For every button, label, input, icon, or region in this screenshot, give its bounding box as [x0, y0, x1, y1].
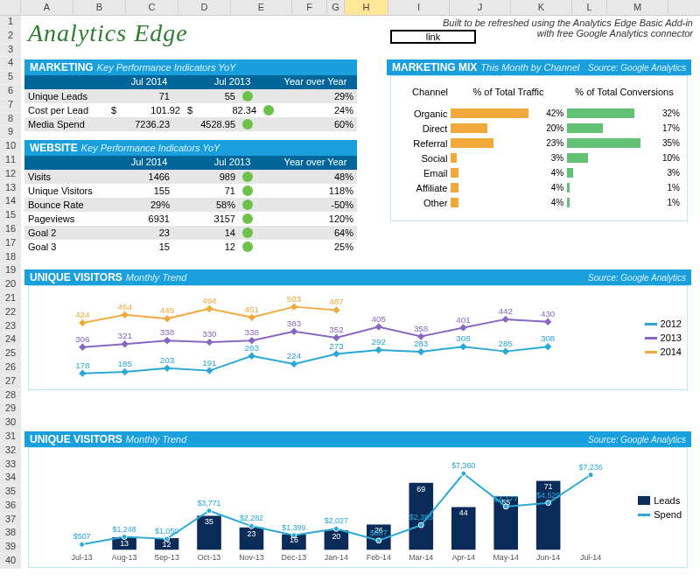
mix-panel: Channel % of Total Traffic % of Total Co…: [390, 75, 688, 221]
svg-text:263: 263: [245, 343, 260, 353]
svg-rect-38: [375, 323, 382, 330]
svg-text:358: 358: [414, 324, 429, 333]
kpi-row: Media Spend7236.234528.9560%: [24, 117, 357, 131]
svg-rect-10: [290, 360, 298, 368]
svg-text:$507: $507: [74, 532, 91, 541]
mix-src: Source: Google Analytics: [588, 63, 686, 73]
svg-text:$7,360: $7,360: [452, 461, 475, 470]
svg-text:Jul-14: Jul-14: [580, 553, 601, 562]
worksheet-area[interactable]: Analytics Edge Built to be refreshed usi…: [21, 16, 700, 51]
mix-row: Other4%1%: [395, 195, 683, 210]
kpi-row: Visits146698948%: [24, 170, 357, 184]
svg-rect-54: [206, 305, 213, 312]
svg-text:$4,529: $4,529: [536, 491, 560, 500]
svg-text:285: 285: [499, 339, 514, 348]
svg-text:487: 487: [329, 297, 343, 306]
note-line-1: Built to be refreshed using the Analytic…: [443, 18, 693, 28]
svg-rect-6: [206, 367, 213, 374]
svg-rect-18: [459, 343, 466, 350]
svg-text:May-14: May-14: [493, 553, 519, 562]
marketing-kpi-header: MARKETING Key Performance Indicators YoY: [24, 60, 357, 75]
svg-text:$3,771: $3,771: [197, 499, 220, 508]
kpi-row: Cost per Lead$101.92$82.3424%: [24, 103, 357, 117]
svg-point-107: [291, 533, 297, 538]
svg-rect-56: [248, 314, 256, 321]
chart1-sub: Monthly Trend: [126, 272, 187, 283]
svg-rect-48: [79, 319, 86, 326]
svg-rect-20: [502, 347, 509, 354]
svg-text:Mar-14: Mar-14: [409, 553, 433, 562]
svg-text:273: 273: [329, 341, 344, 351]
svg-text:23: 23: [248, 529, 256, 538]
link-cell[interactable]: link: [390, 30, 476, 44]
svg-rect-34: [290, 328, 298, 335]
svg-rect-22: [544, 343, 551, 350]
mix-col-channel: Channel: [395, 87, 452, 97]
svg-rect-28: [164, 337, 171, 344]
svg-text:$2,027: $2,027: [325, 516, 348, 525]
website-title: WEBSITE: [30, 142, 78, 154]
chart1-header: UNIQUE VISITORS Monthly Trend Source: Go…: [24, 270, 691, 285]
svg-text:Feb-14: Feb-14: [367, 553, 391, 562]
svg-text:494: 494: [202, 296, 217, 305]
svg-text:442: 442: [499, 306, 513, 316]
svg-rect-46: [544, 318, 551, 326]
website-colhead: Jul 2014 Jul 2013 Year over Year: [24, 156, 357, 170]
kpi-row: Goal 3151225%: [24, 240, 357, 254]
svg-point-103: [206, 508, 212, 514]
svg-text:Oct-13: Oct-13: [198, 553, 221, 562]
header-note: Built to be refreshed using the Analytic…: [443, 18, 693, 38]
svg-point-113: [418, 522, 424, 528]
svg-rect-4: [164, 365, 171, 372]
svg-text:Jan-14: Jan-14: [325, 553, 348, 562]
svg-rect-58: [290, 303, 298, 310]
svg-text:Jul-13: Jul-13: [72, 553, 93, 562]
svg-text:$887: $887: [370, 528, 388, 537]
svg-text:445: 445: [160, 305, 175, 315]
svg-text:$7,236: $7,236: [579, 463, 603, 472]
mix-row: Social3%10%: [395, 150, 683, 165]
svg-text:292: 292: [372, 337, 386, 346]
mix-col-traffic: % of Total Traffic: [452, 87, 565, 97]
mix-row: Organic42%32%: [395, 106, 683, 121]
svg-text:330: 330: [202, 329, 217, 339]
svg-rect-0: [79, 369, 86, 376]
chart2-src: Source: Google Analytics: [588, 435, 686, 444]
svg-rect-50: [122, 312, 129, 318]
chart1-src: Source: Google Analytics: [588, 273, 686, 283]
svg-text:$2,282: $2,282: [240, 514, 263, 522]
mix-sub: This Month by Channel: [480, 62, 579, 73]
svg-text:$1,050: $1,050: [155, 527, 178, 536]
svg-rect-16: [417, 348, 424, 355]
svg-point-97: [80, 542, 85, 547]
svg-point-121: [588, 472, 593, 478]
svg-point-111: [376, 538, 382, 543]
svg-rect-60: [332, 306, 340, 313]
svg-rect-26: [122, 340, 129, 347]
svg-text:203: 203: [160, 355, 175, 365]
svg-text:405: 405: [372, 314, 387, 324]
kpi-row: Bounce Rate29%58%-50%: [24, 198, 357, 212]
chart2-header: UNIQUE VISITORS Monthly Trend Source: Go…: [24, 431, 691, 447]
svg-text:503: 503: [287, 294, 302, 304]
mix-row: Direct20%17%: [395, 121, 683, 136]
svg-text:383: 383: [287, 318, 302, 328]
svg-text:69: 69: [416, 485, 425, 494]
website-kpi-rows: Visits146698948%Unique Visitors15571118%…: [24, 170, 357, 254]
svg-text:306: 306: [75, 334, 90, 344]
chart1-area: 1781852031912632242732922833082853083063…: [28, 285, 688, 390]
svg-point-101: [164, 536, 170, 542]
svg-text:13: 13: [120, 539, 129, 548]
svg-text:308: 308: [541, 333, 556, 343]
svg-text:401: 401: [456, 315, 470, 325]
svg-point-115: [461, 471, 466, 476]
svg-text:Sep-13: Sep-13: [154, 553, 179, 562]
svg-text:$1,399: $1,399: [282, 523, 305, 532]
marketing-title: MARKETING: [30, 61, 94, 74]
mix-col-conv: % of Total Conversions: [565, 87, 683, 97]
svg-text:352: 352: [329, 325, 343, 334]
kpi-row: Goal 2231464%: [24, 226, 357, 240]
column-headers: ABCDEFGHIJKLM: [0, 0, 700, 16]
chart2-sub: Monthly Trend: [126, 434, 187, 444]
svg-text:Aug-13: Aug-13: [112, 553, 137, 562]
